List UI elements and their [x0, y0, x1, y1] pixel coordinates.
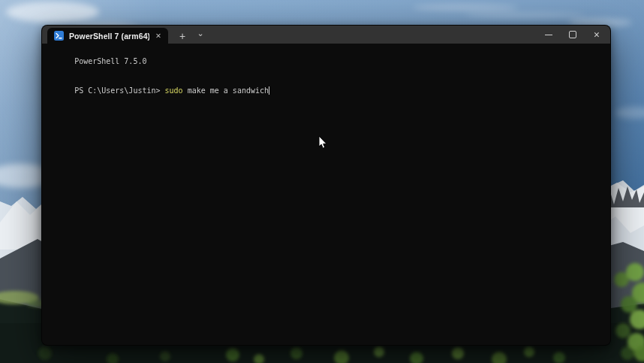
mouse-cursor-icon [318, 135, 328, 153]
maximize-button[interactable] [561, 26, 585, 44]
new-tab-button[interactable]: + [173, 28, 192, 44]
terminal-version-text: PowerShell 7.5.0 [74, 57, 146, 65]
command-arguments: make me a sandwich [183, 86, 269, 95]
tab-dropdown-button[interactable]: ⌄ [192, 26, 209, 44]
powershell-icon [54, 31, 64, 41]
tab-close-icon[interactable]: ✕ [155, 32, 161, 40]
terminal-screen[interactable]: PowerShell 7.5.0 PS C:\Users\Justin> sud… [42, 44, 610, 342]
tab-powershell[interactable]: PowerShell 7 (arm64) ✕ [47, 28, 168, 44]
terminal-version-line: PowerShell 7.5.0 [47, 47, 604, 76]
close-button[interactable]: ✕ [585, 26, 609, 44]
minimize-icon [545, 35, 552, 35]
close-icon: ✕ [594, 30, 600, 39]
tab-title: PowerShell 7 (arm64) [69, 32, 149, 41]
maximize-icon [569, 31, 576, 38]
terminal-window: PowerShell 7 (arm64) ✕ + ⌄ ✕ PowerShell … [41, 25, 611, 346]
command-token: sudo [165, 86, 183, 95]
titlebar[interactable]: PowerShell 7 (arm64) ✕ + ⌄ ✕ [42, 26, 610, 44]
minimize-button[interactable] [537, 26, 561, 44]
text-caret [269, 86, 269, 95]
terminal-prompt: PS C:\Users\Justin> [74, 86, 164, 95]
terminal-prompt-line: PS C:\Users\Justin> sudo make me a sandw… [47, 76, 604, 105]
